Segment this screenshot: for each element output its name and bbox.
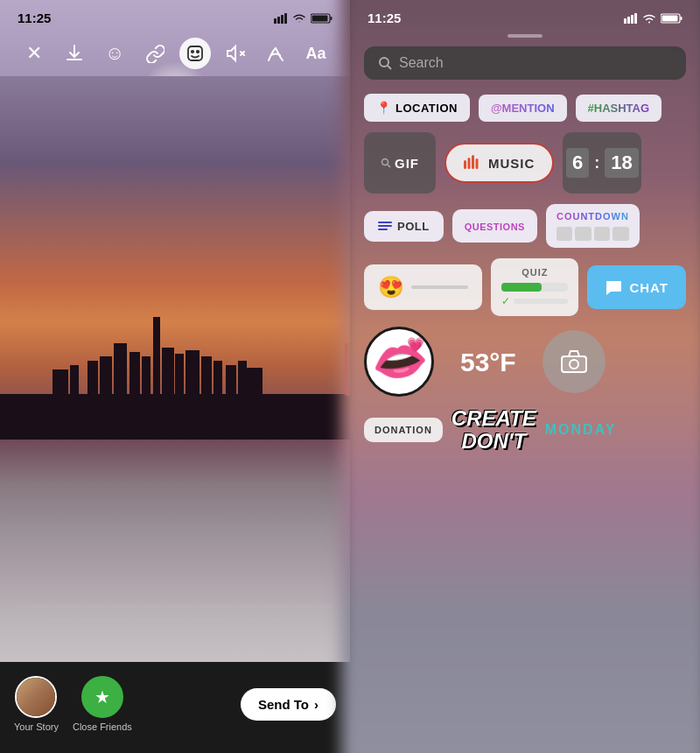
slider-emoji: 😍 (378, 275, 404, 299)
close-button[interactable]: ✕ (18, 38, 50, 69)
svg-rect-47 (472, 155, 474, 169)
svg-rect-27 (52, 369, 68, 396)
questions-label: QUESTIONS (465, 222, 525, 232)
draw-button[interactable] (260, 38, 291, 69)
left-panel: 11:25 ✕ ☺ Aa (0, 0, 350, 753)
camera-icon (560, 349, 588, 374)
create-dont-sticker[interactable]: CREATEDON'T (452, 407, 536, 454)
wifi-icon-right (642, 13, 656, 24)
svg-rect-0 (274, 18, 276, 24)
svg-rect-35 (631, 15, 634, 24)
close-friends-button[interactable]: ★ (81, 676, 123, 718)
water-ripples (0, 598, 350, 633)
time-right: 11:25 (368, 11, 401, 25)
donation-sticker[interactable]: DONATION (364, 418, 443, 442)
chat-sticker[interactable]: CHAT (587, 265, 686, 309)
svg-rect-45 (464, 160, 466, 169)
poll-label: POLL (397, 220, 430, 233)
link-icon (145, 44, 164, 63)
svg-rect-15 (130, 352, 140, 396)
quiz-check-row: ✓ (501, 295, 568, 307)
svg-rect-48 (476, 158, 479, 169)
create-dont-label: CREATEDON'T (452, 406, 536, 453)
music-sticker[interactable]: MUSIC (444, 143, 554, 183)
download-button[interactable] (59, 38, 90, 69)
heart-emoji-icon: 💗 (407, 336, 424, 353)
svg-rect-29 (0, 394, 350, 440)
countdown-bar-2 (575, 227, 591, 241)
temperature-value: 53°F (460, 348, 516, 376)
svg-rect-23 (100, 356, 112, 396)
location-label: LOCATION (396, 102, 458, 115)
quiz-sticker[interactable]: QUIZ ✓ (491, 258, 578, 316)
link-button[interactable] (139, 38, 171, 69)
right-content: 11:25 Search 📍 LOCATION @MENTI (350, 0, 700, 753)
camera-sticker[interactable] (542, 330, 606, 393)
sticker-row-3: POLL QUESTIONS COUNTDOWN (364, 204, 686, 248)
mute-button[interactable] (220, 38, 251, 69)
svg-rect-28 (247, 368, 262, 396)
countdown-bar-1 (556, 227, 572, 241)
svg-rect-20 (201, 356, 212, 396)
mute-icon (226, 44, 245, 63)
svg-rect-26 (238, 361, 247, 396)
drag-handle (508, 34, 542, 38)
chat-bubble-icon (605, 279, 622, 295)
svg-rect-12 (153, 317, 160, 396)
svg-rect-2 (281, 15, 284, 24)
gif-sticker[interactable]: GIF (364, 132, 436, 194)
svg-rect-16 (142, 356, 150, 396)
quiz-answer-bar (514, 299, 568, 304)
svg-rect-6 (312, 15, 328, 21)
countdown-sticker[interactable]: COUNTDOWN (546, 204, 640, 248)
your-story-label: Your Story (14, 721, 59, 732)
emoji-slider-sticker[interactable]: 😍 (364, 264, 482, 310)
location-pin-icon: 📍 (376, 101, 391, 115)
location-sticker[interactable]: 📍 LOCATION (364, 94, 470, 122)
sticker-button[interactable] (179, 38, 211, 69)
svg-rect-33 (624, 18, 626, 24)
your-story-avatar (15, 676, 57, 718)
mention-sticker[interactable]: @MENTION (479, 95, 567, 122)
svg-rect-36 (634, 13, 637, 24)
temperature-sticker[interactable]: 53°F (443, 337, 534, 387)
sticker-row-4: 😍 QUIZ ✓ CHAT (364, 258, 686, 316)
timer-digit2: 18 (605, 148, 638, 178)
svg-line-44 (388, 165, 390, 167)
city-skyline-svg (0, 317, 350, 440)
hashtag-sticker[interactable]: #HASHTAG (576, 95, 662, 122)
hashtag-label: #HASHTAG (588, 102, 650, 115)
search-small-icon (381, 158, 391, 168)
search-placeholder: Search (399, 55, 444, 71)
send-to-button[interactable]: Send To › (241, 688, 336, 721)
countdown-bars (556, 227, 629, 241)
animated-sticker[interactable]: 👄 💗 (364, 327, 434, 397)
status-icons-left (274, 13, 332, 24)
battery-icon-right (661, 13, 682, 24)
time-left: 11:25 (18, 11, 51, 25)
emoji-button[interactable]: ☺ (99, 38, 130, 69)
poll-icon (378, 220, 392, 232)
svg-rect-21 (214, 361, 222, 396)
battery-icon-left (311, 13, 332, 24)
search-bar[interactable]: Search (364, 46, 686, 80)
svg-rect-19 (186, 350, 200, 396)
monday-sticker[interactable]: MONDAY (545, 422, 617, 438)
gif-label: GIF (395, 156, 419, 171)
signal-icon-right (624, 13, 638, 24)
timer-sticker[interactable]: 6 : 18 (563, 132, 641, 194)
star-icon: ★ (94, 686, 110, 707)
quiz-title: QUIZ (501, 267, 568, 278)
quiz-bar-background (501, 283, 568, 292)
text-button[interactable]: Aa (300, 38, 332, 69)
avatar-image (17, 678, 55, 716)
your-story-option[interactable]: Your Story (14, 676, 59, 732)
questions-sticker[interactable]: QUESTIONS (452, 209, 537, 243)
svg-rect-3 (284, 13, 287, 24)
poll-sticker[interactable]: POLL (364, 211, 444, 242)
close-friends-option[interactable]: ★ Close Friends (73, 676, 132, 732)
svg-rect-14 (114, 343, 127, 396)
sticker-row-2: GIF MUSIC 6 : 18 (364, 132, 686, 194)
status-icons-right (624, 13, 682, 24)
monday-label: MONDAY (545, 422, 617, 437)
